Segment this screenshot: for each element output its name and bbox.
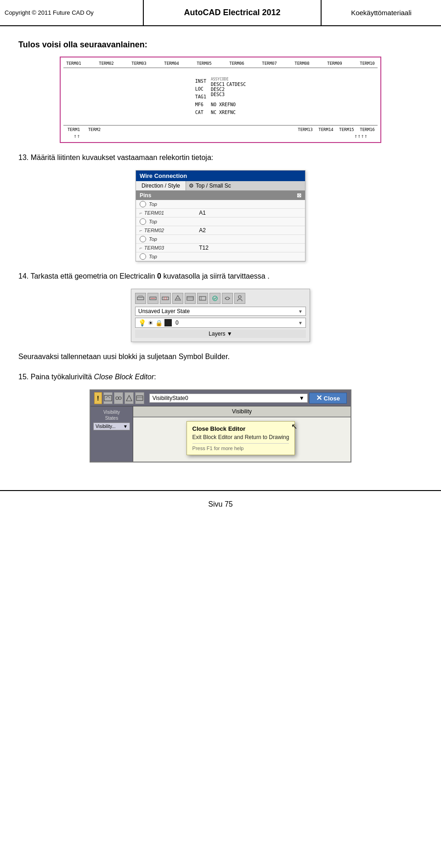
term-item: TERM15: [336, 127, 357, 132]
layer-state-dropdown[interactable]: Unsaved Layer State ▼: [135, 307, 306, 316]
tooltip-help: Press F1 for more help: [192, 443, 289, 451]
sun-icon[interactable]: ☀: [148, 320, 153, 326]
pin-icon: [140, 201, 146, 207]
term-item: TERM2: [84, 127, 105, 132]
step14-text: 14. Tarkasta että geometria on Electrica…: [18, 271, 423, 282]
page-footer: Sivu 75: [0, 490, 441, 518]
svg-rect-5: [187, 297, 193, 300]
term-item: TERM01: [63, 61, 84, 66]
svg-point-4: [164, 297, 167, 300]
pin-row: ⌐ TERM01 A1: [136, 209, 305, 217]
be-bottom-area: VisibilityStates Visibility... ▼ Visibil…: [90, 406, 351, 462]
tab-direction-style[interactable]: Direction / Style: [136, 181, 186, 190]
block-editor-screenshot: ! VisibilityState0 ▼ ✕ Close: [90, 389, 351, 463]
layer-toolbar: [135, 293, 306, 304]
layer-tool-icon[interactable]: [147, 293, 158, 304]
term-item: TERM06: [226, 61, 247, 66]
term-bottom-row: TERM1 TERM2 TERM13 TERM14 TERM15 TERM16: [63, 126, 378, 133]
be-tool-icon[interactable]: [124, 392, 134, 404]
layer-zero-label: 0: [175, 320, 179, 326]
pin-row: Top: [136, 235, 305, 244]
close-block-editor-button[interactable]: ✕ Close: [309, 393, 347, 404]
svg-rect-6: [199, 297, 206, 300]
main-content: Tulos voisi olla seuraavanlainen: TERM01…: [0, 26, 441, 476]
vis-header: Visibility: [133, 406, 351, 417]
vis-state-dropdown[interactable]: VisibilityState0 ▼: [149, 394, 308, 403]
cursor-icon: ↖: [291, 422, 297, 431]
assy-label: ASSYCODE: [211, 77, 246, 81]
layer-tool-icon[interactable]: [197, 293, 208, 304]
be-main-content: Visibility Close Block Editor Exit Block…: [133, 406, 351, 462]
vis-panel-dropdown[interactable]: Visibility... ▼: [93, 423, 130, 430]
be-tool-icon[interactable]: [103, 392, 113, 404]
layer-icons-row: 💡 ☀ 🔒 0 ▼: [135, 318, 306, 328]
wire-conn-tabs: Direction / Style ⚙ Top / Small Sc: [136, 181, 305, 191]
dropdown-arrow-icon: ▼: [299, 395, 305, 401]
layers-button[interactable]: Layers ▼: [135, 330, 306, 338]
center-labels: INST LOC TAG1 MF6 CAT: [195, 74, 211, 120]
vis-states-label: VisibilityStates: [103, 409, 120, 421]
layer-tool-icon[interactable]: [234, 293, 245, 304]
layer-tool-icon[interactable]: [185, 293, 196, 304]
warning-icon: !: [94, 392, 102, 404]
pins-header: Pins ⊠: [136, 191, 305, 200]
layer-tool-icon[interactable]: [135, 293, 146, 304]
app-subtitle: Koekäyttömateriaali: [322, 0, 441, 25]
wire-conn-title: Wire Connection: [136, 171, 305, 181]
term-item: TERM07: [259, 61, 280, 66]
pin-icon: [140, 236, 146, 242]
intro-heading: Tulos voisi olla seuraavanlainen:: [18, 40, 423, 50]
xref-labels: NO XREFNO NC XREFNC: [211, 101, 246, 116]
term-top-row: TERM01 TERM02 TERM03 TERM04 TERM05 TERM0…: [63, 60, 378, 67]
step15-text: 15. Paina työkaluriviltä Close Block Edi…: [18, 371, 423, 383]
app-title: AutoCAD Electrical 2012: [144, 0, 322, 25]
pin-row: Top: [136, 217, 305, 226]
pin-icon: [140, 253, 146, 260]
dropdown-arrow-icon: ▼: [298, 309, 303, 314]
pin-icon: [140, 218, 146, 225]
wire-connection-dialog: Wire Connection Direction / Style ⚙ Top …: [136, 170, 305, 262]
layer-tool-icon[interactable]: [222, 293, 233, 304]
svg-rect-3: [162, 297, 169, 300]
layer-dropdown-arrow-icon: ▼: [298, 320, 303, 326]
pin-row: ⌐ TERM03 T12: [136, 244, 305, 252]
term-item: TERM05: [194, 61, 215, 66]
term-item: TERM08: [292, 61, 312, 66]
layer-tool-icon[interactable]: [160, 293, 171, 304]
bulb-icon[interactable]: 💡: [138, 319, 146, 326]
term-item: TERM16: [357, 127, 378, 132]
term-item: TERM13: [295, 127, 316, 132]
layers-dropdown-arrow-icon: ▼: [227, 331, 232, 337]
pin-row: Top: [136, 200, 305, 209]
color-swatch[interactable]: [164, 319, 172, 326]
tooltip-title: Close Block Editor: [192, 425, 289, 432]
term-item: TERM09: [324, 61, 345, 66]
svg-point-12: [119, 397, 121, 400]
seuraavaksi-text: Seuraavaksi tallennetaan uusi blokki ja …: [18, 351, 423, 362]
term-item: TERM10: [357, 61, 378, 66]
tooltip-item: Exit Block Editor and Return to Drawing: [192, 434, 289, 440]
term-item: TERM03: [129, 61, 149, 66]
page-header: Copyright © 2011 Future CAD Oy AutoCAD E…: [0, 0, 441, 26]
svg-point-11: [116, 397, 119, 400]
lock-icon[interactable]: 🔒: [155, 320, 163, 326]
be-tool-icon[interactable]: [135, 392, 144, 404]
layer-tool-icon[interactable]: [209, 293, 220, 304]
be-tool-icon[interactable]: [114, 392, 123, 404]
step13-text: 13. Määritä liitinten kuvaukset vastaama…: [18, 152, 423, 163]
svg-point-9: [238, 296, 241, 298]
diagram-center: INST LOC TAG1 MF6 CAT ASSYCODE DESC1 DES…: [63, 69, 378, 124]
term-item: TERM04: [161, 61, 182, 66]
tooltip-popup: Close Block Editor Exit Block Editor and…: [187, 421, 295, 455]
close-x-icon: ✕: [316, 394, 322, 402]
tooltip-area: Close Block Editor Exit Block Editor and…: [133, 417, 351, 462]
be-toolbar: ! VisibilityState0 ▼ ✕ Close: [90, 390, 351, 406]
term-item: TERM02: [96, 61, 117, 66]
term-diagram: TERM01 TERM02 TERM03 TERM04 TERM05 TERM0…: [60, 57, 381, 143]
visibility-panel: VisibilityStates Visibility... ▼: [90, 406, 133, 462]
term-item: TERM14: [316, 127, 336, 132]
term-item: TERM1: [63, 127, 84, 132]
pin-row: Top: [136, 252, 305, 261]
layer-tool-icon[interactable]: [172, 293, 183, 304]
copyright-text: Copyright © 2011 Future CAD Oy: [0, 0, 144, 25]
